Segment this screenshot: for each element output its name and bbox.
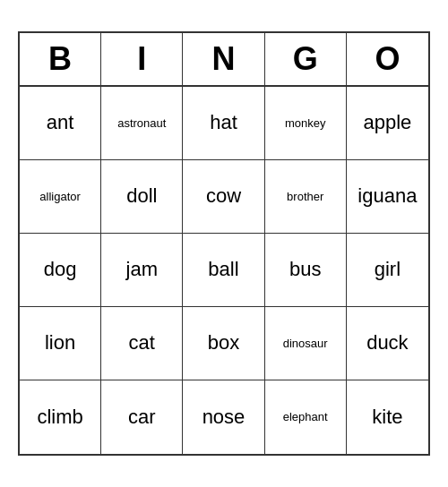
cell-row4-col3: box [183, 307, 264, 380]
cell-row1-col2: astronaut [101, 87, 183, 160]
cell-row3-col1: dog [20, 234, 101, 307]
bingo-grid: antastronauthatmonkeyapplealligatordollc… [20, 87, 428, 454]
cell-row1-col1: ant [20, 87, 101, 160]
cell-text-row1-col5: apple [363, 111, 411, 134]
cell-row5-col4: elephant [265, 380, 347, 454]
cell-text-row5-col3: nose [202, 406, 246, 429]
cell-text-row3-col5: girl [375, 258, 401, 281]
cell-row2-col5: iguana [347, 160, 428, 234]
cell-row5-col2: car [101, 380, 183, 454]
cell-text-row3-col1: dog [44, 258, 77, 281]
header-letter-n: N [183, 33, 264, 85]
cell-row5-col5: kite [347, 380, 428, 454]
cell-text-row1-col4: monkey [285, 116, 326, 131]
header-letter-o: O [347, 33, 428, 85]
cell-row1-col5: apple [347, 87, 428, 160]
cell-text-row1-col1: ant [47, 111, 74, 134]
cell-row1-col4: monkey [265, 87, 347, 160]
cell-row1-col3: hat [183, 87, 264, 160]
cell-row2-col1: alligator [20, 160, 101, 234]
cell-row5-col3: nose [183, 380, 264, 454]
cell-text-row2-col4: brother [287, 190, 323, 204]
cell-text-row2-col5: iguana [358, 184, 417, 208]
header-letter-g: G [265, 33, 347, 85]
cell-text-row1-col2: astronaut [117, 116, 166, 131]
cell-row4-col1: lion [20, 307, 101, 380]
cell-text-row4-col2: cat [129, 331, 155, 355]
cell-text-row4-col1: lion [45, 331, 75, 355]
cell-text-row5-col1: climb [37, 406, 82, 429]
cell-text-row3-col4: bus [289, 258, 321, 281]
cell-text-row2-col3: cow [206, 184, 241, 208]
cell-text-row5-col5: kite [372, 406, 402, 429]
bingo-card: BINGO antastronauthatmonkeyapplealligato… [18, 31, 430, 456]
bingo-header: BINGO [20, 33, 428, 87]
cell-row2-col3: cow [183, 160, 264, 234]
header-letter-b: B [20, 33, 101, 85]
cell-row3-col2: jam [101, 234, 183, 307]
cell-row3-col4: bus [265, 234, 347, 307]
cell-row2-col2: doll [101, 160, 183, 234]
cell-text-row1-col3: hat [210, 111, 237, 134]
cell-text-row3-col2: jam [126, 258, 158, 281]
cell-text-row4-col5: duck [366, 331, 408, 355]
cell-row4-col5: duck [347, 307, 428, 380]
cell-row2-col4: brother [265, 160, 347, 234]
cell-text-row5-col4: elephant [283, 410, 328, 424]
cell-text-row2-col2: doll [126, 184, 157, 208]
cell-row4-col2: cat [101, 307, 183, 380]
cell-text-row3-col3: ball [208, 258, 238, 281]
cell-row3-col5: girl [347, 234, 428, 307]
header-letter-i: I [101, 33, 183, 85]
cell-text-row4-col4: dinosaur [283, 337, 328, 351]
cell-row5-col1: climb [20, 380, 101, 454]
cell-row3-col3: ball [183, 234, 264, 307]
cell-text-row5-col2: car [128, 406, 156, 429]
cell-row4-col4: dinosaur [265, 307, 347, 380]
cell-text-row4-col3: box [208, 331, 239, 355]
cell-text-row2-col1: alligator [39, 190, 81, 204]
